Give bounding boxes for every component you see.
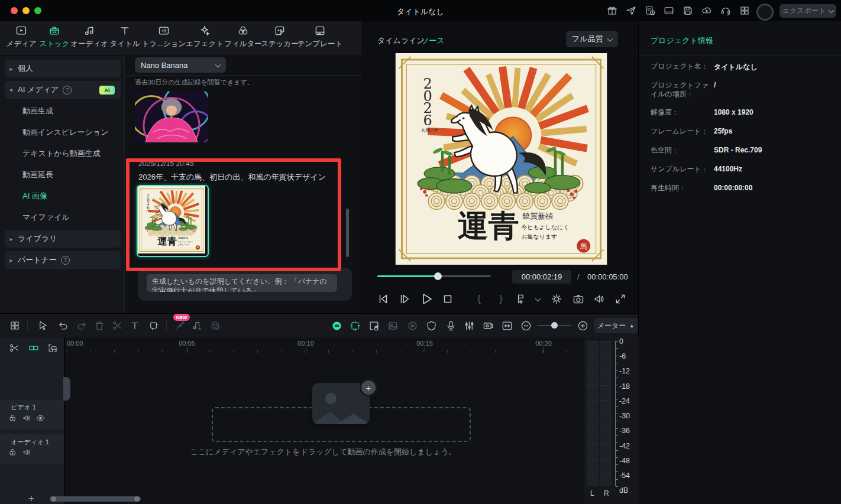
mute-speaker-icon[interactable] [22, 448, 32, 457]
eye-visibility-icon[interactable] [36, 414, 46, 423]
divider [27, 321, 28, 330]
split-scissors-icon[interactable] [112, 320, 122, 331]
sidebar-item-my-files[interactable]: マイファイル [5, 209, 121, 226]
stop-button[interactable] [441, 292, 455, 306]
meter-toggle-button[interactable]: メーター ▲ [594, 318, 638, 333]
sidebar-item-video-inspiration[interactable]: 動画インスピレーション [5, 123, 121, 141]
asset-grid-icon[interactable] [9, 320, 20, 331]
add-media-plus-icon[interactable]: + [360, 379, 377, 396]
ai-mask-face-icon[interactable] [331, 320, 342, 331]
meter-scale-label: dB [619, 486, 628, 495]
scrubber-handle[interactable] [434, 272, 442, 280]
prompt-input[interactable]: 生成したいものを説明してください。例： 「バナナの宇宙飛行士が月で休憩している」 [147, 274, 337, 292]
total-duration: 00:00:05:00 [587, 272, 628, 281]
preview-tab-timeline[interactable]: タイムライン [377, 35, 425, 46]
render-preview-icon[interactable] [407, 320, 418, 331]
sidebar-label: AI メディア [18, 84, 59, 95]
play-button[interactable] [419, 292, 434, 306]
cloud-upload-icon[interactable] [701, 5, 712, 16]
zoom-in-icon[interactable] [577, 320, 588, 331]
lock-icon[interactable] [8, 414, 18, 423]
preview-tab-source[interactable]: ソース [421, 35, 445, 46]
fullscreen-icon[interactable] [613, 292, 627, 306]
text-tool-icon[interactable] [130, 320, 140, 331]
mute-speaker-icon[interactable] [22, 414, 32, 423]
marker-chevron-icon[interactable] [529, 292, 543, 306]
delete-trash-icon[interactable] [94, 320, 105, 331]
scrollbar-handle-right[interactable] [134, 496, 140, 502]
previous-frame-button[interactable] [376, 292, 390, 306]
help-icon[interactable]: ? [61, 256, 70, 265]
cut-all-tracks-icon[interactable] [9, 343, 20, 353]
preview-quality-eye-icon[interactable] [483, 320, 493, 331]
mark-in-icon[interactable]: { [472, 292, 486, 306]
zoom-out-icon[interactable] [520, 320, 531, 331]
keyframe-curve-icon[interactable] [175, 320, 186, 331]
next-frame-button[interactable] [397, 292, 412, 306]
info-label: 再生時間： [651, 184, 712, 193]
scrollbar-handle-left[interactable] [51, 496, 56, 502]
auto-reframe-icon[interactable] [350, 320, 360, 331]
generation-thumbnail-previous[interactable] [135, 91, 208, 142]
shield-icon[interactable] [426, 320, 436, 331]
task-history-icon[interactable] [645, 5, 655, 16]
export-button[interactable]: エクスポート [779, 4, 836, 18]
lock-icon[interactable] [8, 448, 18, 457]
project-info-title: プロジェクト情報 [651, 35, 713, 46]
sidebar-item-ai-image[interactable]: AI 画像 [5, 187, 121, 205]
link-clips-icon[interactable] [28, 343, 39, 353]
add-marker-icon[interactable] [513, 292, 528, 306]
fit-timeline-icon[interactable] [502, 320, 512, 331]
undo-icon[interactable] [58, 320, 69, 331]
ai-sticker-icon[interactable]: AI [210, 320, 221, 331]
tab-label: ステッカー [261, 39, 299, 49]
sidebar-item-partner[interactable]: ▸ パートナー ? [5, 251, 121, 269]
layout-grid-icon[interactable] [739, 5, 750, 16]
help-icon[interactable]: ? [63, 86, 72, 95]
record-voiceover-mic-icon[interactable] [445, 320, 456, 331]
redo-icon[interactable] [76, 320, 87, 331]
info-value: 1080 x 1920 [714, 108, 753, 116]
meter-scale-label: -48 [619, 457, 630, 465]
audio-mixer-icon[interactable] [464, 320, 474, 331]
app-window: 2 0 2 6 丸和六年 運青 饒質新禎 今ヒもよしなにく お亀なります 馬 [0, 0, 841, 504]
sidebar-item-video-generation[interactable]: 動画生成 [5, 102, 121, 120]
mask-crop-icon[interactable] [148, 320, 159, 331]
info-value: 25fps [714, 127, 732, 135]
playback-quality-select[interactable]: フル品質 [566, 31, 618, 47]
meter-bar-right [600, 341, 612, 486]
workspace-panel-icon[interactable] [664, 5, 674, 16]
mark-out-icon[interactable]: } [494, 292, 508, 306]
sidebar-item-library[interactable]: ▸ ライブラリ [5, 230, 121, 248]
info-label: 色空間： [651, 146, 712, 155]
export-frame-icon[interactable] [368, 320, 379, 331]
support-headset-icon[interactable] [720, 5, 731, 16]
music-note-icon [83, 25, 95, 37]
avatar[interactable] [756, 4, 774, 21]
sidebar-item-text-to-video[interactable]: テキストから動画生成 [5, 145, 121, 162]
tab-templates[interactable]: テンプレート [295, 25, 345, 53]
select-cursor-icon[interactable] [38, 320, 48, 331]
svg-text:AI: AI [198, 327, 201, 330]
add-track-button[interactable]: + [28, 493, 34, 504]
ai-audio-icon[interactable]: AI [191, 320, 202, 331]
track-manage-icon[interactable] [47, 343, 58, 353]
save-icon[interactable] [682, 5, 693, 16]
timeline-zoom-handle[interactable] [551, 322, 558, 329]
panel-resize-handle[interactable] [63, 377, 70, 401]
sidebar-item-video-extension[interactable]: 動画延長 [5, 166, 121, 184]
snapshot-camera-icon[interactable] [571, 292, 586, 306]
timeline-horizontal-scrollbar[interactable] [50, 496, 141, 502]
template-icon [314, 25, 326, 37]
stock-scrollbar[interactable] [346, 209, 349, 257]
sidebar-label: 個人 [18, 63, 33, 74]
current-timecode[interactable]: 00:00:02:19 [512, 270, 571, 284]
gift-icon[interactable] [607, 5, 617, 16]
playback-settings-gear-icon[interactable] [549, 292, 564, 306]
volume-speaker-icon[interactable] [592, 292, 606, 306]
sidebar-item-personal[interactable]: ▸ 個人 [5, 60, 121, 77]
model-select[interactable]: Nano Banana [135, 57, 226, 73]
sidebar-item-ai-media[interactable]: ▾ AI メディア ? AI [5, 81, 121, 99]
image-placeholder-icon[interactable] [387, 320, 398, 331]
share-icon[interactable] [626, 5, 636, 16]
